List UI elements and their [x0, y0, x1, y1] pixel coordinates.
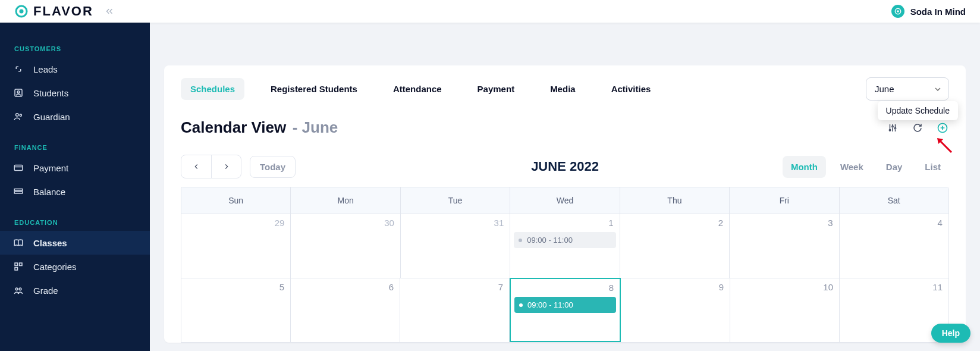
sidebar-item-payment[interactable]: Payment: [0, 156, 150, 180]
sidebar-item-balance[interactable]: Balance: [0, 180, 150, 203]
students-icon: [13, 87, 24, 98]
balance-icon: [13, 186, 24, 197]
plus-circle-icon: [937, 122, 948, 134]
company-name: Soda In Mind: [910, 7, 966, 17]
view-week-button[interactable]: Week: [832, 156, 872, 178]
view-list-button[interactable]: List: [916, 156, 949, 178]
event-dot-icon: [519, 303, 523, 307]
sidebar-item-guardian[interactable]: Guardian: [0, 105, 150, 129]
calendar-event[interactable]: 09:00 - 11:00: [514, 297, 616, 313]
day-number: 4: [938, 218, 943, 228]
view-day-button[interactable]: Day: [878, 156, 911, 178]
prev-month-button[interactable]: [181, 155, 211, 178]
weekday-header: Tue: [401, 187, 510, 214]
calendar-day-cell[interactable]: 29: [181, 214, 291, 278]
weekday-header: Thu: [620, 187, 730, 214]
calendar-day-cell[interactable]: 1 09:00 - 11:00: [510, 214, 620, 278]
sync-button[interactable]: [911, 121, 924, 134]
calendar-actions: Update Schedule: [886, 121, 949, 134]
sidebar-section-title: EDUCATION: [0, 214, 150, 231]
day-number: 8: [609, 283, 614, 293]
day-number: 1: [608, 218, 613, 228]
tab-row: Schedules Registered Students Attendance…: [164, 77, 966, 101]
tab-activities[interactable]: Activities: [602, 78, 661, 100]
svg-rect-11: [15, 263, 18, 266]
calendar-day-cell[interactable]: 2: [620, 214, 730, 278]
calendar-day-cell[interactable]: 6: [291, 278, 400, 342]
calendar-day-cell-today[interactable]: 8 09:00 - 11:00: [510, 278, 621, 342]
calendar-period-title: JUNE 2022: [531, 159, 599, 174]
chevron-down-icon: [933, 84, 943, 94]
tab-registered-students[interactable]: Registered Students: [261, 78, 367, 100]
month-select[interactable]: June: [866, 77, 949, 101]
view-month-button[interactable]: Month: [783, 156, 826, 178]
help-button[interactable]: Help: [931, 324, 970, 343]
sidebar-item-label: Students: [33, 88, 68, 98]
sidebar-item-label: Payment: [33, 163, 68, 173]
calendar-title-row: Calendar View - June Update Schedule: [164, 101, 966, 142]
calendar-day-cell[interactable]: 3: [730, 214, 839, 278]
sliders-icon: [887, 123, 898, 133]
sidebar-item-label: Guardian: [33, 112, 70, 122]
svg-point-3: [897, 10, 899, 12]
svg-point-16: [889, 129, 890, 130]
weekday-header: Fri: [730, 187, 839, 214]
tab-media[interactable]: Media: [541, 78, 585, 100]
calendar-day-cell[interactable]: 30: [291, 214, 400, 278]
sidebar-item-label: Balance: [33, 187, 65, 197]
svg-point-15: [19, 288, 21, 290]
calendar-nav-buttons: [181, 155, 241, 178]
calendar-event[interactable]: 09:00 - 11:00: [514, 232, 615, 248]
sidebar-section-title: FINANCE: [0, 139, 150, 156]
calendar-day-cell[interactable]: 7: [400, 278, 510, 342]
sidebar-item-grade[interactable]: Grade: [0, 278, 150, 302]
main-content: Schedules Registered Students Attendance…: [150, 23, 980, 351]
day-number: 31: [494, 218, 504, 228]
filter-button[interactable]: [886, 121, 899, 134]
add-schedule-button[interactable]: [936, 121, 949, 134]
tab-schedules[interactable]: Schedules: [181, 78, 244, 100]
next-month-button[interactable]: [211, 155, 241, 178]
sidebar-item-classes[interactable]: Classes: [0, 231, 150, 255]
svg-point-18: [894, 127, 896, 129]
sidebar-item-label: Grade: [33, 286, 58, 296]
calendar-day-cell[interactable]: 9: [621, 278, 730, 342]
sidebar-collapse-button[interactable]: [104, 6, 115, 17]
calendar-weekday-header: Sun Mon Tue Wed Thu Fri Sat: [181, 187, 949, 214]
day-number: 29: [275, 218, 285, 228]
tab-payment[interactable]: Payment: [468, 78, 524, 100]
calendar-view-switch: Month Week Day List: [783, 156, 949, 178]
svg-rect-13: [15, 268, 18, 271]
brand-name: FLAVOR: [33, 4, 93, 19]
sidebar-item-students[interactable]: Students: [0, 81, 150, 105]
today-button[interactable]: Today: [250, 156, 296, 178]
svg-rect-10: [14, 192, 23, 193]
calendar-day-cell[interactable]: 10: [730, 278, 840, 342]
sidebar-item-label: Categories: [33, 262, 77, 272]
sidebar-item-label: Leads: [33, 64, 58, 74]
brand: FLAVOR: [14, 4, 93, 19]
weekday-header: Sun: [181, 187, 291, 214]
day-number: 5: [279, 282, 284, 292]
refresh-icon: [912, 123, 923, 133]
svg-rect-12: [20, 263, 23, 266]
calendar-view-subtitle: - June: [293, 118, 338, 136]
svg-point-1: [20, 10, 24, 14]
tooltip-update-schedule: Update Schedule: [878, 101, 958, 120]
sidebar-item-leads[interactable]: Leads: [0, 57, 150, 81]
svg-rect-9: [14, 189, 23, 191]
brand-logo-icon: [14, 4, 29, 18]
categories-icon: [13, 261, 24, 272]
sidebar-item-categories[interactable]: Categories: [0, 255, 150, 278]
sidebar: CUSTOMERS Leads Students Guardian FINANC…: [0, 23, 150, 351]
company-logo-icon: [891, 5, 904, 18]
event-label: 09:00 - 11:00: [527, 300, 573, 309]
tab-attendance[interactable]: Attendance: [384, 78, 451, 100]
svg-point-7: [20, 114, 21, 116]
company-switcher[interactable]: Soda In Mind: [891, 5, 966, 18]
month-select-value: June: [875, 84, 894, 94]
calendar-day-cell[interactable]: 5: [181, 278, 291, 342]
calendar-day-cell[interactable]: 4: [840, 214, 949, 278]
calendar-day-cell[interactable]: 31: [401, 214, 510, 278]
svg-point-5: [17, 91, 20, 93]
